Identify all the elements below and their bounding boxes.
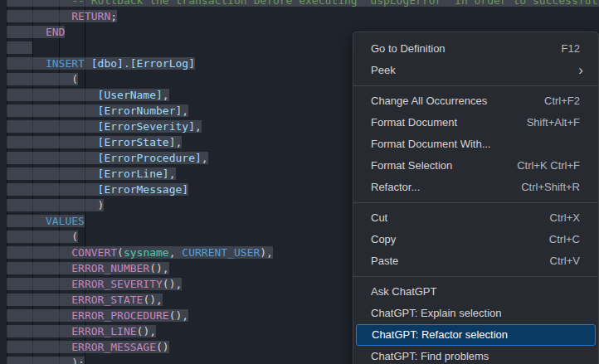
code-token — [7, 183, 98, 196]
code-token: ERROR_PROCEDURE — [71, 309, 168, 322]
code-token — [7, 278, 71, 290]
code-token — [7, 0, 71, 7]
menu-item-shortcut: Ctrl+X — [550, 207, 580, 229]
menu-item-label: ChatGPT: Find problems — [371, 346, 489, 364]
code-token: ) — [7, 199, 104, 211]
code-token: [ErrorSeverity] — [98, 120, 195, 133]
code-token: ERROR_STATE — [71, 294, 143, 306]
code-token: INSERT — [46, 57, 85, 70]
menu-item-label: ChatGPT: Explain selection — [371, 303, 502, 324]
menu-item-label: Cut — [371, 207, 387, 229]
code-token: CURRENT_USER — [182, 246, 260, 259]
code-token — [7, 294, 71, 306]
menu-item-label: Ask ChatGPT — [371, 281, 436, 303]
code-token: , — [195, 120, 202, 133]
code-token: (), — [163, 278, 182, 290]
code-token — [7, 167, 98, 180]
menu-item-label: Peek — [371, 60, 396, 81]
code-token: ( — [7, 231, 78, 243]
menu-item-chatgpt-refactor-selection[interactable]: ChatGPT: Refactor selection — [356, 324, 596, 346]
code-token: sysname — [124, 246, 169, 259]
code-line: RETURN; — [7, 8, 599, 24]
code-token: ERROR_LINE — [71, 325, 136, 337]
menu-item-format-document-with[interactable]: Format Document With... — [353, 133, 598, 155]
context-menu: Go to DefinitionF12Peek›Change All Occur… — [353, 32, 599, 364]
menu-item-format-document[interactable]: Format DocumentShift+Alt+F — [353, 112, 598, 133]
code-token: [UserName] — [98, 89, 163, 101]
code-token: END — [46, 26, 65, 38]
code-token — [7, 246, 71, 259]
code-token: (), — [149, 262, 168, 274]
menu-item-chatgpt-find-problems[interactable]: ChatGPT: Find problems — [353, 346, 598, 364]
menu-separator — [353, 202, 598, 203]
code-token: [dbo].[ErrorLog] — [91, 57, 195, 70]
code-token: (), — [143, 294, 162, 306]
menu-item-label: Refactor... — [371, 177, 420, 198]
code-token: RETURN — [71, 10, 110, 22]
code-token: , — [169, 246, 183, 259]
code-token — [7, 57, 46, 70]
code-token: [ErrorMessage] — [98, 183, 189, 196]
menu-item-shortcut: Ctrl+V — [550, 250, 580, 272]
code-token: , — [169, 167, 176, 180]
menu-item-format-selection[interactable]: Format SelectionCtrl+K Ctrl+F — [353, 155, 598, 177]
code-token — [7, 309, 71, 322]
code-token: , — [176, 136, 183, 148]
code-token — [7, 262, 71, 274]
menu-item-shortcut: Ctrl+K Ctrl+F — [517, 155, 580, 177]
code-token — [85, 57, 91, 70]
menu-separator — [353, 85, 598, 86]
menu-item-shortcut: Ctrl+Shift+R — [521, 177, 580, 198]
code-token — [7, 41, 32, 54]
code-token: , — [182, 104, 188, 117]
code-token: [ErrorNumber] — [98, 104, 183, 117]
menu-item-ask-chatgpt[interactable]: Ask ChatGPT — [353, 281, 598, 303]
menu-item-shortcut: Ctrl+C — [549, 229, 580, 250]
code-token: ); — [7, 357, 85, 364]
menu-item-peek[interactable]: Peek› — [353, 60, 598, 81]
menu-item-label: Copy — [371, 229, 396, 250]
code-token: (), — [169, 309, 188, 322]
menu-item-label: Go to Definition — [371, 38, 446, 60]
menu-item-paste[interactable]: PasteCtrl+V — [353, 250, 598, 272]
code-token — [7, 341, 71, 353]
submenu-chevron-icon: › — [578, 60, 583, 81]
menu-item-label: Format Document With... — [371, 133, 490, 155]
code-token: [ErrorLine] — [98, 167, 169, 180]
menu-item-label: Format Selection — [371, 155, 452, 177]
menu-item-refactor[interactable]: Refactor...Ctrl+Shift+R — [353, 177, 598, 198]
menu-item-shortcut: F12 — [562, 38, 580, 60]
code-token — [7, 89, 98, 101]
code-token — [7, 215, 46, 227]
code-token: ), — [260, 246, 273, 259]
code-token: ERROR_SEVERITY — [71, 278, 163, 290]
code-token: CONVERT — [71, 246, 117, 259]
menu-item-shortcut: Shift+Alt+F — [527, 112, 580, 133]
menu-item-cut[interactable]: CutCtrl+X — [353, 207, 598, 229]
menu-item-copy[interactable]: CopyCtrl+C — [353, 229, 598, 250]
menu-item-chatgpt-explain-selection[interactable]: ChatGPT: Explain selection — [353, 303, 598, 324]
code-token — [7, 10, 71, 22]
code-token: , — [202, 152, 208, 164]
code-token: , — [163, 89, 169, 101]
menu-item-shortcut: Ctrl+F2 — [544, 90, 580, 112]
menu-separator — [353, 276, 598, 277]
code-token: [ErrorState] — [98, 136, 176, 148]
code-token — [7, 26, 46, 38]
code-line: -- Rollback the transaction before execu… — [7, 0, 599, 8]
code-token: -- Rollback the transaction before execu… — [71, 0, 599, 7]
code-token: VALUES — [46, 215, 85, 227]
code-token: ERROR_MESSAGE — [71, 341, 156, 353]
code-token — [7, 104, 98, 117]
code-token: () — [156, 341, 169, 353]
code-token: ; — [110, 10, 117, 22]
code-token — [7, 152, 98, 164]
menu-item-change-all-occurrences[interactable]: Change All OccurrencesCtrl+F2 — [353, 90, 598, 112]
menu-item-go-to-definition[interactable]: Go to DefinitionF12 — [353, 38, 598, 60]
code-editor[interactable]: -- Rollback the transaction before execu… — [0, 0, 599, 364]
code-token: (), — [137, 325, 156, 337]
code-token: ERROR_NUMBER — [71, 262, 149, 274]
menu-item-label: ChatGPT: Refactor selection — [372, 325, 508, 345]
code-token — [7, 325, 71, 337]
code-token — [7, 120, 98, 133]
